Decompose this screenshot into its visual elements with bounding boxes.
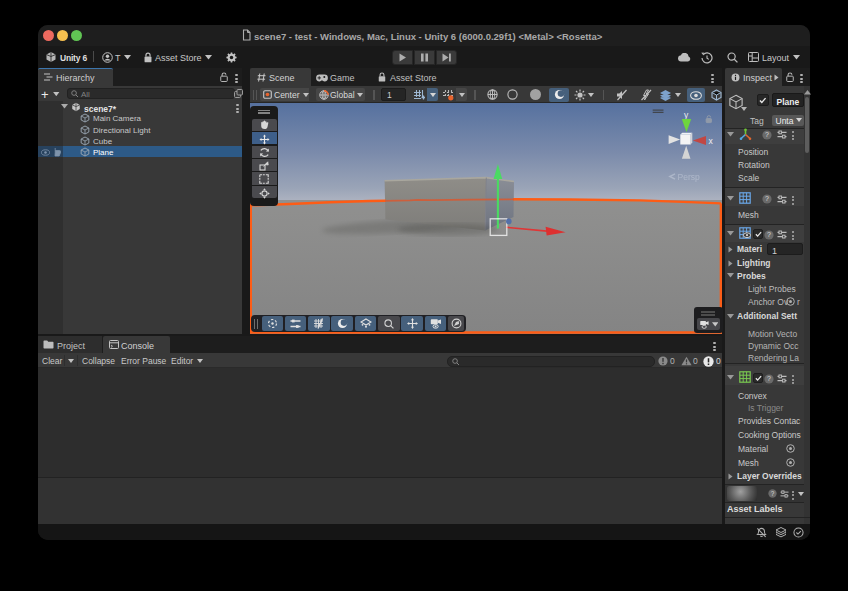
svg-text:?: ? [771, 490, 775, 497]
svg-text:Persp: Persp [678, 172, 700, 182]
svg-text:?: ? [765, 131, 769, 138]
svg-text:?: ? [767, 231, 771, 238]
svg-text:?: ? [767, 375, 771, 382]
svg-text:?: ? [765, 195, 769, 202]
